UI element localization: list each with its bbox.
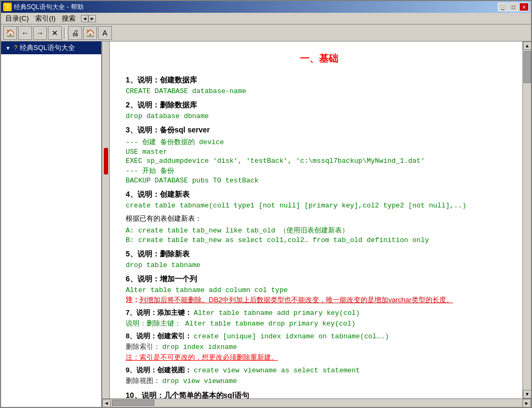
home-button[interactable]: 🏠	[3, 26, 17, 40]
code-3-5: BACKUP DATABASE pubs TO testBack	[126, 177, 512, 185]
sidebar-item-main[interactable]: ▼ ? 经典SQL语句大全	[1, 41, 101, 54]
section-8-label: 8、说明：创建索引： create [unique] index idxname…	[126, 331, 512, 341]
font-button[interactable]: A	[98, 26, 112, 40]
scroll-h-track[interactable]	[111, 399, 522, 407]
code-4: create table tabname(col1 type1 [not nul…	[126, 202, 512, 210]
extra-text: 根据已有的表创建新表：	[126, 214, 512, 223]
section-7-label: 7、说明：添加主键： Alter table tabname add prima…	[126, 308, 512, 318]
scroll-thumb[interactable]	[523, 51, 531, 83]
note-8-prefix: 删除索引：	[126, 343, 160, 351]
title-bar: ? 经典SQL语句大全 - 帮助 _ □ ✕	[1, 1, 531, 13]
code-1: CREATE DATABASE database-name	[126, 87, 512, 95]
menu-search[interactable]: 搜索	[59, 13, 79, 24]
scroll-up-button[interactable]: ▲	[523, 41, 531, 50]
section-2-label: 2、说明：删除数据库	[126, 101, 512, 110]
code-3-4: --- 开始 备份	[126, 166, 512, 176]
note-9-prefix: 删除视图：	[126, 377, 160, 385]
maximize-button[interactable]: □	[509, 3, 518, 11]
scroll-h-thumb[interactable]	[112, 399, 154, 406]
toolbar: 🏠 ← → ✕ 🖨 🏠 A	[1, 24, 531, 41]
section-5-label: 5、说明：删除新表	[126, 249, 512, 259]
code-8: create [unique] index idxname on tabname…	[194, 332, 389, 340]
code-6: Alter table tabname add column col type	[126, 286, 512, 294]
stop-button[interactable]: ✕	[48, 26, 62, 40]
menu-bar: 目录(C) 索引(I) 搜索 ◄ ►	[1, 13, 531, 24]
scroll-indicator	[104, 148, 108, 174]
scrollbar-bottom: ◄ ►	[102, 398, 531, 407]
left-indicator	[102, 41, 110, 398]
scrollbar-right: ▲ ▼	[522, 41, 531, 398]
code-3-2: USE master	[126, 148, 512, 156]
code-8-drop: drop index idxname	[162, 343, 237, 351]
sidebar-item-label: 经典SQL语句大全	[20, 43, 75, 53]
note-8: 删除索引： drop index idxname	[126, 342, 512, 352]
tab-next-button[interactable]: ►	[88, 15, 96, 22]
code-7a: Alter table tabname add primary key(col)	[194, 309, 360, 317]
section-6-label: 6、说明：增加一个列	[126, 274, 512, 284]
print-button[interactable]: 🖨	[68, 26, 82, 40]
window-controls: _ □ ✕	[498, 3, 529, 11]
app-icon: ?	[3, 3, 12, 11]
back-button[interactable]: ←	[18, 26, 32, 40]
section-3-label: 3、说明：备份sql server	[126, 126, 512, 135]
section-4-label: 4、说明：创建新表	[126, 190, 512, 199]
note-8b-text: 注：索引是不可更改的，想更改必须删除重新建。	[126, 353, 278, 361]
sidebar: ▼ ? 经典SQL语句大全	[1, 41, 102, 407]
code-9: create view viewname as select statement	[194, 367, 360, 374]
scroll-left-button[interactable]: ◄	[102, 399, 111, 407]
section-9-label: 9、说明：创建视图： create view viewname as selec…	[126, 365, 512, 375]
tab-prev-button[interactable]: ◄	[81, 15, 88, 22]
forward-button[interactable]: →	[33, 26, 47, 40]
note-6: 注：列增加后将不能删除。DB2中列加上后数据类型也不能改变，唯一能改变的是增加v…	[126, 295, 512, 305]
note-6-prefix: 注：	[126, 296, 140, 304]
main-area: ▼ ? 经典SQL语句大全 一、基础 1、说明：创建数据库	[1, 41, 531, 407]
code-3-3: EXEC sp_addumpdevice 'disk', 'testBack',…	[126, 157, 512, 165]
scroll-track[interactable]	[523, 50, 531, 390]
menu-index[interactable]: 索引(I)	[32, 13, 59, 24]
note-6-text: 列增加后将不能删除。DB2中列加上后数据类型也不能改变，唯一能改变的是增加var…	[140, 296, 453, 304]
code-3-1: --- 创建 备份数据的 device	[126, 137, 512, 147]
tree-expander: ▼	[5, 45, 12, 51]
code-7b: 说明：删除主键： Alter table tabname drop primar…	[126, 320, 356, 328]
close-button[interactable]: ✕	[519, 3, 529, 11]
main-window: ? 经典SQL语句大全 - 帮助 _ □ ✕ 目录(C) 索引(I) 搜索 ◄ …	[0, 0, 532, 408]
code-9-drop: drop view viewname	[162, 377, 237, 385]
window-title: 经典SQL语句大全 - 帮助	[14, 3, 84, 12]
code-2: drop database dbname	[126, 112, 512, 120]
home2-button[interactable]: 🏠	[83, 26, 97, 40]
section-1-label: 1、说明：创建数据库	[126, 76, 512, 85]
menu-toc[interactable]: 目录(C)	[2, 13, 32, 24]
note-9: 删除视图： drop view viewname	[126, 376, 512, 386]
doc-icon: ?	[14, 44, 18, 52]
minimize-button[interactable]: _	[498, 3, 508, 11]
section-7b: 说明：删除主键： Alter table tabname drop primar…	[126, 319, 512, 328]
code-4a: A: create table tab_new like tab_old （使用…	[126, 226, 512, 235]
title-text: ? 经典SQL语句大全 - 帮助	[3, 3, 84, 12]
content-area: 一、基础 1、说明：创建数据库 CREATE DATABASE database…	[110, 41, 522, 398]
code-5: drop table tabname	[126, 261, 512, 269]
code-4b: B: create table tab_new as select col1,c…	[126, 236, 512, 244]
toolbar-separator	[64, 27, 66, 39]
content-scroll[interactable]: 一、基础 1、说明：创建数据库 CREATE DATABASE database…	[110, 41, 522, 398]
section-10-label: 10、说明：几个简单的基本的sql语句	[126, 391, 512, 398]
note-8b: 注：索引是不可更改的，想更改必须删除重新建。	[126, 353, 512, 362]
page-title: 一、基础	[126, 52, 512, 65]
scroll-right-button[interactable]: ►	[522, 399, 531, 407]
scroll-down-button[interactable]: ▼	[523, 390, 531, 398]
